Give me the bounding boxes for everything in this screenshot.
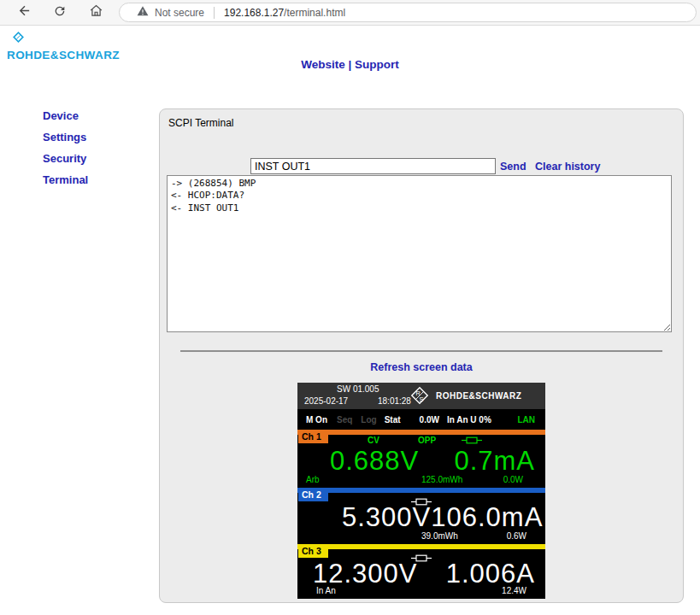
warning-icon [137,5,149,20]
channel-3-voltage: 12.300V [313,559,418,589]
channel-1-footer: Arb 125.0mWh 0.0W [297,475,545,485]
panel-title: SCPI Terminal [168,117,233,129]
reload-icon [53,4,67,21]
terminal-history[interactable]: -> (268854) BMP <- HCOP:DATA? <- INST OU… [167,175,672,332]
channel-1-panel: Ch 1 CV OPP 0.688V 0.7mA Arb 125.0mWh 0.… [297,430,545,488]
instrument-screen: SW 01.005 2025-02-17 18:01:28 R S ROHDE&… [297,383,545,599]
channel-2-current: 106.0mA [431,502,543,533]
screen-brand-text: ROHDE&SCHWARZ [436,391,521,401]
reload-button[interactable] [47,2,73,24]
channel-3-footer: In An 12.4W [297,586,545,596]
channel-3-input-label: In An [316,586,336,595]
opp-flag: OPP [418,436,436,445]
refresh-screen-link[interactable]: Refresh screen data [370,361,473,373]
channel-3-current: 1.006A [446,559,535,589]
rs-diamond-icon [12,31,120,47]
support-link[interactable]: Support [355,58,399,71]
channel-2-energy: 39.0mWh [421,531,458,541]
link-separator: | [348,58,351,71]
channel-1-current: 0.7mA [454,446,535,477]
status-master: M On [306,415,327,425]
sidebar-item-terminal[interactable]: Terminal [43,173,88,186]
screen-date: 2025-02-17 [304,396,348,406]
page: ROHDE&SCHWARZ Website | Support Device S… [0,26,700,615]
screen-status-bar: M On Seq Log Stat 0.0W In An U 0% LAN [297,409,545,430]
send-button[interactable]: Send [500,161,526,173]
status-lan: LAN [517,415,535,425]
channel-1-energy: 125.0mWh [421,475,462,484]
screen-time: 18:01:28 [378,396,411,406]
refresh-row: Refresh screen data [160,359,683,374]
divider-line [180,350,662,352]
security-label[interactable]: Not secure [155,7,204,19]
scpi-terminal-panel: SCPI Terminal Send Clear history -> (268… [159,108,684,603]
back-arrow-icon [17,3,32,21]
address-divider [214,7,215,19]
fuse-icon [462,436,482,446]
scpi-command-input[interactable] [250,158,496,174]
status-log: Log [361,415,376,425]
url-domain[interactable]: 192.168.1.27 [224,7,284,19]
rs-diamond-icon: R S [409,384,431,410]
channel-2-panel: Ch 2 5.300V 106.0mA 39.0mWh 0.6W [297,488,545,544]
sw-version: SW 01.005 [337,384,379,394]
address-bar[interactable]: Not secure 192.168.1.27/terminal.html [119,3,697,22]
channel-2-power: 0.6W [507,531,526,541]
channel-2-accent-bar [297,488,545,493]
status-inputs: In An U 0% [447,415,491,425]
channel-3-power: 12.4W [502,586,526,595]
channel-3-tab: Ch 3 [298,544,328,558]
website-link[interactable]: Website [301,58,345,71]
status-power: 0.0W [420,415,439,425]
sidebar-item-settings[interactable]: Settings [43,131,88,144]
status-stat: Stat [385,415,401,425]
sidebar-item-device[interactable]: Device [43,109,88,122]
sidebar-item-security[interactable]: Security [43,152,88,165]
svg-text:S: S [420,395,424,403]
home-button[interactable] [83,2,109,24]
channel-2-readout: 5.300V 106.0mA [297,502,545,533]
clear-history-button[interactable]: Clear history [535,161,600,173]
channel-2-voltage: 5.300V [342,502,431,533]
channel-1-accent-bar [297,430,545,435]
status-seq: Seq [337,415,352,425]
browser-toolbar: Not secure 192.168.1.27/terminal.html [0,0,700,26]
channel-3-accent-bar [297,544,545,549]
channel-1-flags: CV OPP [297,436,545,446]
channel-2-footer: 39.0mWh 0.6W [297,531,545,542]
back-button[interactable] [11,2,37,24]
top-links: Website | Support [0,58,700,71]
home-icon [89,3,103,21]
channel-1-power: 0.0W [503,475,523,484]
screen-header: SW 01.005 2025-02-17 18:01:28 R S ROHDE&… [297,383,545,409]
sidebar-nav: Device Settings Security Terminal [43,109,88,195]
channel-2-tab: Ch 2 [298,488,328,501]
url-path[interactable]: /terminal.html [284,7,345,19]
cv-flag: CV [368,436,379,445]
channel-1-mode-label: Arb [306,475,320,484]
channel-1-voltage: 0.688V [330,446,419,477]
channel-3-readout: 12.300V 1.006A [297,559,545,589]
channel-3-panel: Ch 3 12.300V 1.006A In An 12.4W [297,544,545,599]
channel-1-readout: 0.688V 0.7mA [297,446,545,477]
